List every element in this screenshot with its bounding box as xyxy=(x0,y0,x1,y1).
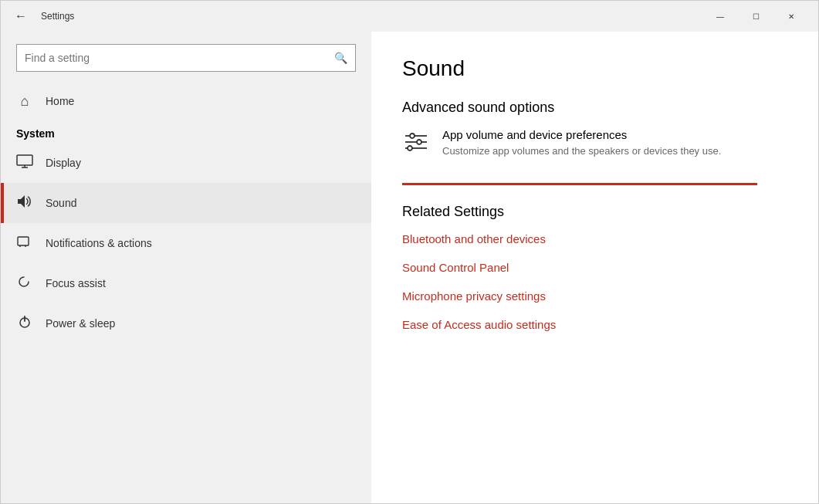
app-volume-icon xyxy=(402,128,430,156)
search-input[interactable] xyxy=(25,52,328,64)
svg-rect-0 xyxy=(17,155,32,165)
search-icon: 🔍 xyxy=(334,52,347,64)
microphone-privacy-link[interactable]: Microphone privacy settings xyxy=(402,289,787,303)
sidebar-item-home[interactable]: ⌂ Home xyxy=(1,81,371,121)
app-volume-title: App volume and device preferences xyxy=(442,128,787,141)
sidebar-item-label-power: Power & sleep xyxy=(46,317,115,330)
section-divider xyxy=(402,183,757,185)
titlebar-left: ← Settings xyxy=(10,6,74,26)
svg-point-10 xyxy=(410,134,415,138)
svg-point-12 xyxy=(408,146,412,151)
minimize-button[interactable]: — xyxy=(702,4,738,29)
main-content: Sound Advanced sound options App volume … xyxy=(371,32,818,503)
close-button[interactable]: ✕ xyxy=(773,4,809,29)
nav-list: ⌂ Home System Display xyxy=(1,81,371,503)
sound-icon xyxy=(16,194,33,212)
svg-point-11 xyxy=(417,140,421,144)
sound-control-panel-link[interactable]: Sound Control Panel xyxy=(402,261,787,274)
focus-icon xyxy=(16,274,33,293)
system-section-label: System xyxy=(1,121,371,143)
ease-of-access-audio-link[interactable]: Ease of Access audio settings xyxy=(402,318,787,331)
maximize-button[interactable]: ☐ xyxy=(738,4,773,29)
app-volume-desc: Customize app volumes and the speakers o… xyxy=(442,144,787,158)
notifications-icon xyxy=(16,234,33,253)
app-volume-text: App volume and device preferences Custom… xyxy=(442,128,787,158)
titlebar-controls: — ☐ ✕ xyxy=(702,4,809,29)
home-icon: ⌂ xyxy=(16,93,33,110)
app-volume-item[interactable]: App volume and device preferences Custom… xyxy=(402,128,787,171)
sidebar-item-sound[interactable]: Sound xyxy=(1,183,371,223)
page-title: Sound xyxy=(402,56,787,81)
sidebar-item-label-home: Home xyxy=(46,95,74,107)
sidebar-item-label-display: Display xyxy=(46,157,81,169)
search-box[interactable]: 🔍 xyxy=(16,44,356,72)
window-title: Settings xyxy=(41,11,74,22)
sidebar-item-label-sound: Sound xyxy=(46,197,76,209)
power-icon xyxy=(16,314,33,333)
sidebar-search-area: 🔍 xyxy=(1,32,371,81)
sidebar-item-notifications[interactable]: Notifications & actions xyxy=(1,223,371,263)
svg-rect-4 xyxy=(18,237,29,245)
related-settings-heading: Related Settings xyxy=(402,204,787,220)
svg-marker-3 xyxy=(18,195,25,208)
back-button[interactable]: ← xyxy=(10,6,32,26)
sidebar: 🔍 ⌂ Home System xyxy=(1,32,371,503)
display-icon xyxy=(16,154,33,172)
bluetooth-link[interactable]: Bluetooth and other devices xyxy=(402,232,787,245)
sidebar-item-power[interactable]: Power & sleep xyxy=(1,303,371,343)
sidebar-item-label-focus: Focus assist xyxy=(46,277,106,289)
sidebar-item-focus[interactable]: Focus assist xyxy=(1,263,371,303)
sidebar-item-label-notifications: Notifications & actions xyxy=(46,237,152,249)
sidebar-item-display[interactable]: Display xyxy=(1,143,371,183)
titlebar: ← Settings — ☐ ✕ xyxy=(1,1,818,32)
advanced-sound-heading: Advanced sound options xyxy=(402,100,787,116)
settings-window: ← Settings — ☐ ✕ 🔍 ⌂ Home xyxy=(0,0,819,504)
app-content: 🔍 ⌂ Home System xyxy=(1,32,818,503)
